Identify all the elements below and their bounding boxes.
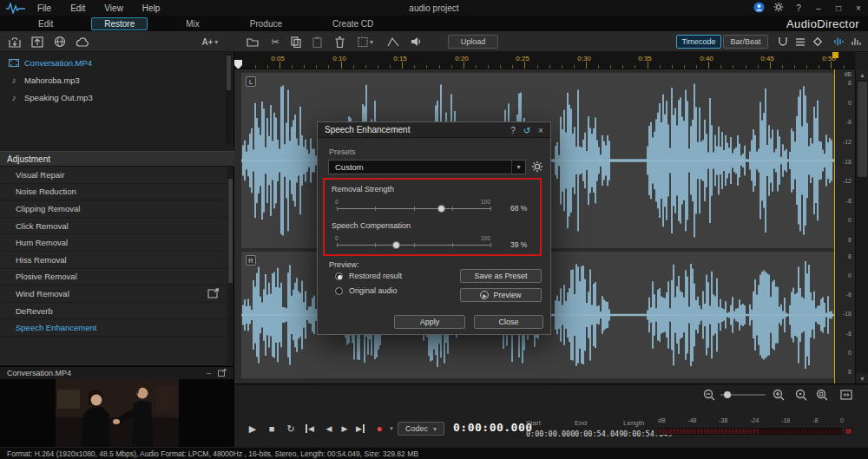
snap-icon[interactable] (775, 34, 791, 49)
title-bar: File Edit View Help audio project ? – □ … (0, 0, 868, 16)
timeline-ruler[interactable]: 0:05 0:10 0:15 0:20 0:25 0:30 0:35 0:40 … (234, 52, 855, 69)
app-logo-icon (5, 2, 28, 14)
radio-label: Original audio (349, 286, 398, 295)
spectral-view-icon[interactable] (849, 34, 865, 49)
bar-beat-button[interactable]: Bar/Beat (723, 35, 768, 49)
scroll-up-icon[interactable]: ▲ (856, 69, 868, 80)
presets-dropdown[interactable]: Custom ▾ (328, 160, 526, 174)
scrollbar-thumb[interactable] (858, 82, 867, 177)
tab-edit[interactable]: Edit (26, 18, 65, 30)
slider-handle[interactable] (392, 241, 400, 249)
adjustment-scrollbar[interactable] (227, 167, 233, 366)
step-back-button[interactable]: ◀ (321, 422, 337, 436)
adjustment-item-dereverb[interactable]: DeReverb (0, 303, 233, 320)
download-web-icon[interactable] (52, 34, 68, 49)
dialog-close-icon[interactable]: × (535, 124, 547, 136)
upload-button[interactable]: Upload (448, 35, 498, 49)
dialog-slider[interactable]: 0 100 39 % (332, 235, 540, 251)
tab-mix[interactable]: Mix (174, 18, 212, 30)
adjustment-item-plosive-removal[interactable]: Plosive Removal (0, 269, 233, 286)
account-icon[interactable] (753, 2, 765, 15)
menu-view[interactable]: View (95, 3, 133, 13)
import-media-icon[interactable] (7, 34, 23, 49)
dialog-reset-icon[interactable]: ↺ (521, 124, 533, 136)
video-preview-area[interactable] (0, 379, 234, 447)
save-as-preset-button[interactable]: Save as Preset (460, 269, 542, 283)
play-button[interactable]: ▶ (245, 422, 260, 436)
maximize-button[interactable]: □ (832, 3, 845, 13)
adjustment-item-visual-repair[interactable]: Visual Repair (0, 167, 233, 184)
fit-project-icon[interactable] (838, 388, 854, 402)
radio-original-audio[interactable]: Original audio (335, 286, 398, 295)
close-dialog-button[interactable]: Close (474, 315, 543, 329)
text-size-tool[interactable]: A+▾ (198, 34, 222, 49)
tab-create-cd[interactable]: Create CD (320, 18, 385, 30)
menu-help[interactable]: Help (133, 3, 170, 13)
speaker-icon[interactable] (408, 34, 424, 49)
radio-restored-result[interactable]: Restored result (335, 272, 402, 280)
library-item-conversation[interactable]: Conversation.MP4 (0, 56, 233, 69)
tab-restore[interactable]: Restore (91, 17, 148, 30)
library-item-mahoroba[interactable]: ♪ Mahoroba.mp3 (0, 73, 233, 87)
loop-button[interactable]: ↻ (283, 422, 299, 436)
go-to-start-button[interactable]: ◀ (302, 422, 318, 436)
export-media-icon[interactable] (30, 34, 45, 49)
vertical-scrollbar[interactable]: ▲ ▼ (855, 69, 868, 384)
end-marker-flag[interactable] (832, 52, 838, 58)
slider-track[interactable] (337, 245, 491, 246)
apply-button[interactable]: Apply (394, 315, 465, 329)
zoom-selection-icon[interactable] (814, 388, 830, 402)
marker-list-icon[interactable] (792, 34, 808, 49)
library-scrollbar[interactable] (226, 54, 232, 144)
adjustment-item-clipping-removal[interactable]: Clipping Removal (0, 200, 233, 218)
menu-edit[interactable]: Edit (61, 3, 95, 13)
adjustment-item-speech-enhancement[interactable]: Speech Enhancement (0, 319, 233, 337)
preset-value: Custom (335, 162, 364, 172)
scroll-down-icon[interactable]: ▼ (856, 373, 868, 384)
playhead-marker[interactable] (234, 60, 242, 69)
keyframe-icon[interactable] (810, 34, 825, 49)
fade-tool-icon[interactable] (385, 34, 401, 49)
menu-file[interactable]: File (28, 3, 61, 13)
delete-icon[interactable] (332, 34, 347, 49)
zoom-fit-icon[interactable] (793, 388, 809, 402)
zoom-out-icon[interactable] (701, 388, 717, 402)
codec-button[interactable]: Codec▾ (398, 422, 444, 436)
select-tool-icon[interactable]: ▾ (358, 34, 373, 49)
collapse-panel-icon[interactable]: – (207, 369, 211, 378)
waveform-view-icon[interactable] (832, 34, 847, 49)
step-forward-button[interactable]: ▶ (337, 422, 352, 436)
adjustment-item-hum-removal[interactable]: Hum Removal (0, 234, 233, 252)
zoom-in-icon[interactable] (771, 388, 786, 402)
dialog-help-icon[interactable]: ? (507, 124, 519, 136)
adjustment-item-wind-removal[interactable]: Wind Removal (0, 285, 233, 303)
preset-gear-icon[interactable] (531, 161, 543, 176)
go-to-end-button[interactable]: ▶ (352, 422, 368, 436)
popout-panel-icon[interactable] (218, 369, 227, 378)
library-item-speaking-out[interactable]: ♪ Speaking Out.mp3 (0, 90, 233, 104)
tab-produce[interactable]: Produce (238, 18, 294, 30)
minimize-button[interactable]: – (812, 3, 825, 13)
ruler-label: 0:25 (510, 55, 536, 62)
preview-button[interactable]: ▶ Preview (460, 288, 542, 302)
apply-to-clip-icon[interactable] (207, 288, 220, 300)
dialog-slider[interactable]: 0 100 68 % (332, 199, 540, 214)
zoom-slider-handle[interactable] (724, 391, 731, 398)
paste-icon[interactable] (309, 34, 325, 49)
copy-icon[interactable] (288, 34, 304, 49)
zoom-slider[interactable] (720, 394, 766, 396)
adjustment-item-click-removal[interactable]: Click Removal (0, 218, 233, 235)
slider-track[interactable] (337, 208, 491, 209)
cloud-icon[interactable] (75, 34, 90, 49)
help-icon[interactable]: ? (792, 3, 805, 13)
settings-gear-icon[interactable] (773, 2, 785, 14)
adjustment-item-noise-reduction[interactable]: Noise Reduction (0, 184, 233, 201)
timecode-button[interactable]: Timecode (676, 35, 721, 49)
adjustment-item-hiss-removal[interactable]: Hiss Removal (0, 252, 233, 269)
slider-handle[interactable] (437, 205, 445, 213)
open-file-icon[interactable] (245, 34, 260, 49)
stop-button[interactable]: ■ (264, 422, 279, 436)
cut-icon[interactable]: ✂ (267, 34, 283, 49)
ruler-label: 0:35 (632, 55, 658, 62)
close-button[interactable]: × (852, 3, 865, 13)
